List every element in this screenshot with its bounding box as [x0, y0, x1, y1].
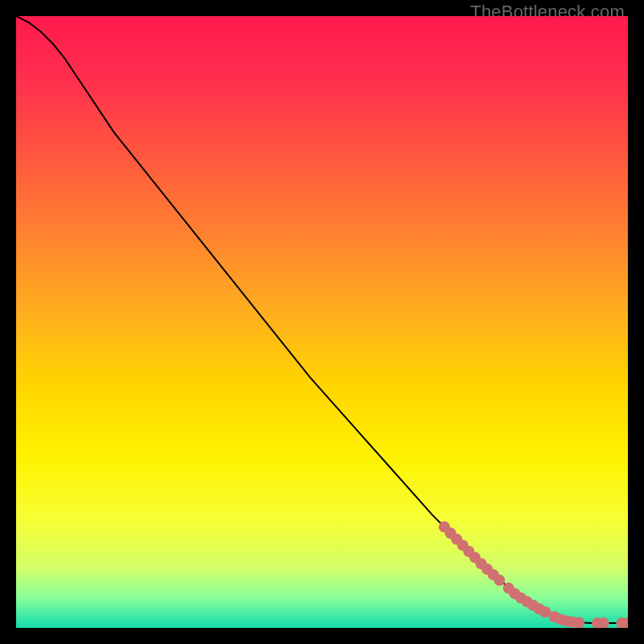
data-marker [493, 575, 505, 586]
data-marker [573, 617, 584, 629]
chart-background [16, 16, 628, 628]
bottleneck-chart [16, 16, 628, 628]
